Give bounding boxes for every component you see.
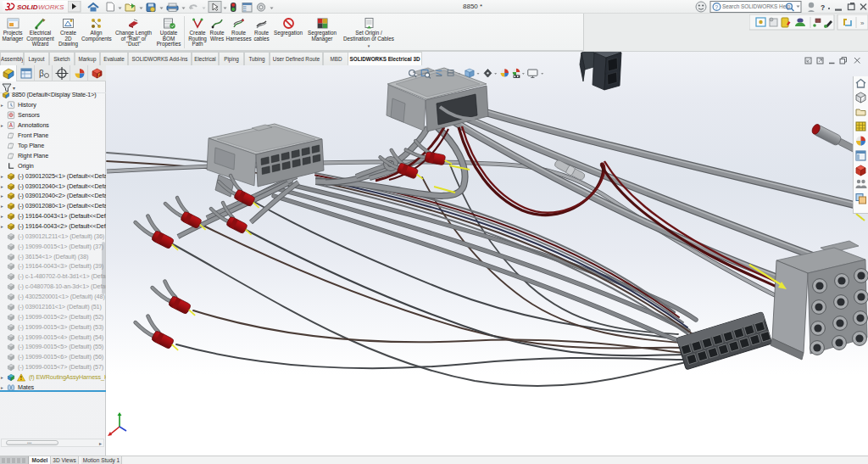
svg-text:?: ? xyxy=(821,3,825,12)
svg-text:»: » xyxy=(860,20,865,27)
svg-text:Search SOLIDWORKS Help: Search SOLIDWORKS Help xyxy=(722,3,791,10)
svg-text:ƒ: ƒ xyxy=(97,72,100,77)
svg-text:β: β xyxy=(39,69,44,78)
svg-text:?: ? xyxy=(715,4,718,10)
svg-text:WORKS: WORKS xyxy=(38,3,64,11)
svg-text:SOLID: SOLID xyxy=(17,3,38,11)
svg-text:▾: ▾ xyxy=(13,86,15,91)
